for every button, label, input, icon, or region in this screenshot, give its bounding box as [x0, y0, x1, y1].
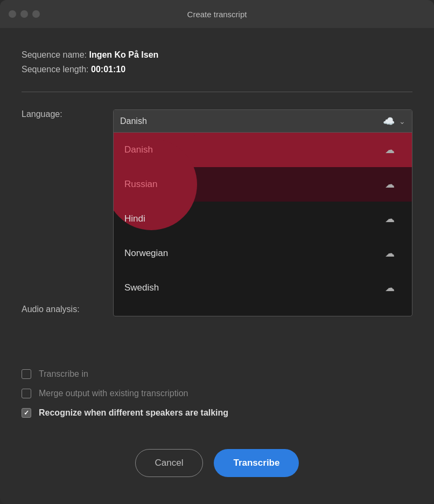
- checkbox-row-merge: Merge output with existing transcription: [22, 389, 412, 398]
- merge-output-label: Merge output with existing transcription: [39, 389, 188, 398]
- buttons-row: Cancel Transcribe: [22, 438, 412, 488]
- transcribe-in-checkbox[interactable]: [22, 369, 31, 379]
- sequence-name-line: Sequence name: Ingen Ko På Isen: [22, 47, 412, 62]
- language-label: Language:: [22, 109, 113, 119]
- dialog-window: Create transcript Sequence name: Ingen K…: [0, 0, 434, 504]
- dropdown-items-list: Danish ☁ Russian ☁ Hindi ☁: [114, 133, 412, 316]
- dropdown-item-danish-selected[interactable]: Danish ☁ ✓: [114, 305, 412, 316]
- dropdown-item-label-russian: Russian: [124, 179, 385, 190]
- sequence-length-line: Sequence length: 00:01:10: [22, 62, 412, 77]
- transcribe-button[interactable]: Transcribe: [214, 449, 299, 477]
- dropdown-item-norwegian[interactable]: Norwegian ☁: [114, 236, 412, 271]
- transcribe-in-label: Transcribe in: [39, 369, 88, 379]
- audio-analysis-label: Audio analysis:: [22, 302, 113, 314]
- dialog-title: Create transcript: [187, 10, 247, 19]
- dropdown-header[interactable]: Danish ☁️ ⌄: [114, 110, 412, 133]
- form-section: Language: Danish ☁️ ⌄: [22, 109, 412, 330]
- recognize-speakers-checkbox[interactable]: ✓: [22, 408, 31, 418]
- dropdown-item-label-danish-top: Danish: [124, 144, 385, 155]
- divider: [22, 92, 412, 92]
- language-row: Language: Danish ☁️ ⌄: [22, 109, 412, 119]
- merge-output-checkbox[interactable]: [22, 389, 31, 398]
- dropdown-item-label-hindi: Hindi: [124, 213, 385, 224]
- cloud-icon-russian: ☁: [385, 178, 395, 190]
- dropdown-icons: ☁️ ⌄: [383, 115, 405, 127]
- dialog-content: Sequence name: Ingen Ko På Isen Sequence…: [0, 28, 434, 504]
- cloud-icon-hindi: ☁: [385, 213, 395, 225]
- cloud-icon-norwegian: ☁: [385, 247, 395, 259]
- cancel-button[interactable]: Cancel: [135, 449, 204, 477]
- sequence-info: Sequence name: Ingen Ko På Isen Sequence…: [22, 47, 412, 77]
- language-dropdown[interactable]: Danish ☁️ ⌄ Danish ☁: [113, 109, 412, 316]
- titlebar: Create transcript: [0, 0, 434, 28]
- dropdown-item-swedish[interactable]: Swedish ☁: [114, 271, 412, 305]
- chevron-down-icon: ⌄: [399, 117, 405, 126]
- cloud-icon-swedish: ☁: [385, 282, 395, 294]
- dropdown-selected-text: Danish: [120, 116, 383, 126]
- dropdown-item-russian[interactable]: Russian ☁: [114, 167, 412, 202]
- zoom-button[interactable]: [32, 10, 40, 18]
- checkbox-row-transcribe: Transcribe in: [22, 369, 412, 379]
- spacer: [22, 330, 412, 369]
- minimize-button[interactable]: [20, 10, 28, 18]
- cloud-icon-danish-top: ☁: [385, 144, 395, 156]
- dropdown-item-danish-top[interactable]: Danish ☁: [114, 133, 412, 167]
- checkbox-row-speakers: ✓ Recognize when different speakers are …: [22, 408, 412, 418]
- traffic-lights: [9, 10, 40, 18]
- recognize-speakers-label: Recognize when different speakers are ta…: [39, 408, 228, 418]
- checkboxes-section: Transcribe in Merge output with existing…: [22, 369, 412, 438]
- dropdown-item-label-swedish: Swedish: [124, 282, 385, 293]
- dropdown-item-label-norwegian: Norwegian: [124, 248, 385, 259]
- close-button[interactable]: [9, 10, 16, 18]
- checkmark-icon: ✓: [24, 409, 29, 417]
- cloud-download-icon: ☁️: [383, 115, 395, 127]
- dropdown-item-hindi[interactable]: Hindi ☁: [114, 202, 412, 236]
